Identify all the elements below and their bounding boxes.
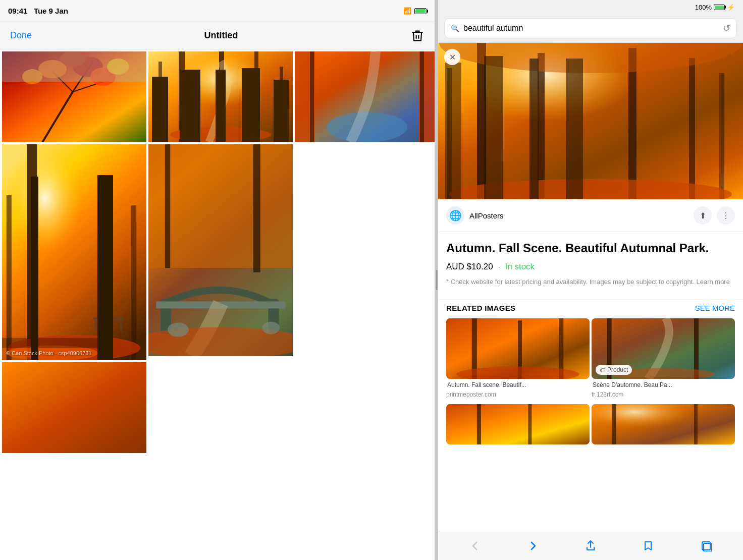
source-row: 🌐 AllPosters ⬆ ⋮	[438, 199, 743, 232]
url-text[interactable]: beautiful autumn	[463, 24, 719, 33]
autumn-image-1	[2, 51, 146, 142]
price-dot: ·	[498, 263, 500, 271]
svg-rect-71	[477, 404, 481, 444]
autumn-image-2	[148, 51, 293, 142]
close-button[interactable]: ✕	[444, 49, 460, 65]
svg-rect-72	[528, 404, 532, 444]
related-item-1-image-container	[446, 318, 590, 379]
svg-rect-41	[165, 144, 171, 268]
related-title: RELATED IMAGES	[446, 304, 515, 312]
svg-rect-14	[179, 51, 185, 142]
search-icon: 🔍	[451, 24, 459, 32]
delete-button[interactable]	[410, 29, 424, 43]
source-info: 🌐 AllPosters	[446, 206, 504, 225]
related-grid-row1: Autumn. Fall scene. Beautif... printmepo…	[438, 318, 743, 405]
left-panel: 09:41 Tue 9 Jan 📶 Done Untitled	[0, 0, 435, 560]
related-caption-2: Scène D'automne. Beau Pa...	[592, 379, 735, 391]
svg-rect-42	[253, 144, 260, 272]
svg-rect-29	[103, 185, 111, 360]
done-button[interactable]: Done	[10, 30, 32, 41]
autumn-image-4: © Can Stock Photo - csp40906731	[2, 144, 146, 360]
grid-item-4[interactable]: © Can Stock Photo - csp40906731	[2, 144, 146, 360]
photo-grid: © Can Stock Photo - csp40906731	[0, 49, 435, 560]
back-button[interactable]	[464, 535, 486, 557]
grid-item-partial[interactable]	[2, 362, 146, 453]
related-image-1	[446, 318, 590, 379]
safari-status-bar: 100% ⚡	[438, 0, 743, 14]
photo-editor-toolbar: Done Untitled	[0, 22, 435, 49]
stock-status: In stock	[505, 262, 535, 272]
svg-rect-27	[2, 144, 146, 360]
svg-rect-56	[689, 58, 695, 199]
price-display: AUD $10.20	[446, 262, 493, 272]
url-bar-container: 🔍 beautiful autumn ↺	[438, 14, 743, 43]
related-image-4	[592, 404, 735, 444]
safari-bottom-toolbar	[438, 531, 743, 560]
see-more-button[interactable]: SEE MORE	[695, 304, 735, 312]
related-source-1: printmeposter.com	[446, 391, 590, 398]
share-action-button[interactable]	[579, 535, 602, 557]
grid-item-2[interactable]	[148, 51, 293, 142]
related-source-2: fr.123rf.com	[592, 391, 735, 398]
product-title: Autumn. Fall Scene. Beautiful Autumnal P…	[446, 240, 735, 256]
disclaimer-text: * Check website for latest pricing and a…	[446, 277, 735, 287]
svg-rect-75	[612, 404, 616, 444]
svg-rect-54	[538, 53, 545, 199]
forward-button[interactable]	[522, 535, 544, 557]
image-detail-area: ✕ 🌐 AllPosters ⬆ ⋮ Autumn. Fall Scene. B…	[438, 43, 743, 531]
wifi-icon: 📶	[403, 7, 411, 15]
autumn-image-3	[295, 51, 435, 142]
detail-main-image: ✕	[438, 43, 743, 199]
svg-rect-17	[158, 62, 162, 142]
date-display: Tue 9 Jan	[34, 7, 68, 15]
svg-rect-58	[719, 73, 724, 199]
related-item-2[interactable]: 🏷 Product Scène D'automne. Beau Pa... fr…	[592, 318, 735, 399]
product-badge: 🏷 Product	[596, 365, 632, 375]
source-globe-icon: 🌐	[446, 206, 464, 225]
status-right: 📶	[403, 7, 427, 15]
svg-rect-18	[280, 67, 283, 142]
svg-rect-53	[477, 43, 486, 199]
svg-rect-57	[447, 68, 452, 199]
svg-rect-11	[2, 51, 146, 82]
bookmarks-button[interactable]	[637, 535, 659, 557]
grid-item-5[interactable]	[148, 144, 293, 356]
related-images-header: RELATED IMAGES SEE MORE	[438, 299, 743, 318]
product-info: Autumn. Fall Scene. Beautiful Autumnal P…	[438, 232, 743, 299]
related-item-4-image-container	[592, 404, 735, 444]
svg-rect-31	[131, 205, 136, 360]
grid-bottom-row	[0, 362, 435, 455]
related-item-4[interactable]	[592, 404, 735, 444]
grid-item-3[interactable]	[295, 51, 435, 142]
status-bar: 09:41 Tue 9 Jan 📶	[0, 0, 435, 22]
product-badge-text: Product	[607, 366, 628, 373]
related-item-2-image-container: 🏷 Product	[592, 318, 735, 379]
related-item-1[interactable]: Autumn. Fall scene. Beautif... printmepo…	[446, 318, 590, 399]
right-panel: 100% ⚡ 🔍 beautiful autumn ↺	[438, 0, 743, 560]
related-grid-row2	[438, 404, 743, 451]
related-item-3[interactable]	[446, 404, 590, 444]
share-button[interactable]: ⬆	[694, 206, 712, 225]
time-display: 09:41	[8, 7, 27, 15]
svg-point-48	[168, 323, 189, 337]
battery-icon-safari	[714, 5, 725, 10]
related-image-3	[446, 404, 590, 444]
tag-icon: 🏷	[600, 367, 605, 373]
album-title: Untitled	[204, 30, 238, 41]
battery-fill-safari	[715, 6, 724, 9]
grid-item-1[interactable]	[2, 51, 146, 142]
reload-button[interactable]: ↺	[723, 23, 730, 34]
battery-icon	[414, 8, 427, 14]
grid-container: © Can Stock Photo - csp40906731	[0, 49, 435, 362]
more-button[interactable]: ⋮	[717, 206, 735, 225]
charging-icon: ⚡	[727, 4, 735, 11]
related-item-3-image-container	[446, 404, 590, 444]
tabs-button[interactable]	[695, 535, 717, 557]
source-name: AllPosters	[469, 211, 504, 220]
svg-rect-36	[120, 320, 122, 330]
svg-rect-16	[254, 51, 258, 142]
url-bar[interactable]: 🔍 beautiful autumn ↺	[444, 18, 737, 38]
source-actions: ⬆ ⋮	[694, 206, 735, 225]
svg-rect-34	[93, 317, 124, 320]
svg-point-19	[170, 127, 271, 142]
